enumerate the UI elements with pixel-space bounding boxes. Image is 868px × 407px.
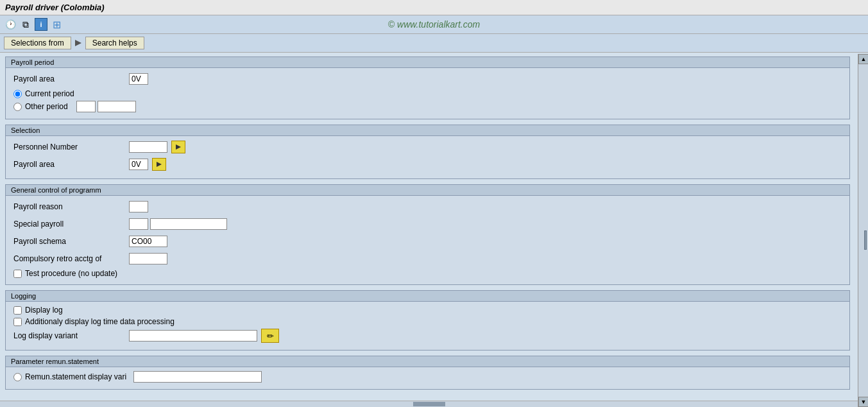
payroll-area-label: Payroll area (13, 74, 129, 83)
compulsory-retro-row: Compulsory retro acctg of (13, 252, 842, 266)
general-control-header: General control of programm (6, 185, 849, 196)
search-helps-tab[interactable]: Search helps (85, 37, 144, 49)
selections-from-tab[interactable]: Selections from (4, 37, 71, 49)
logging-section: Logging Display log Additionaly display … (5, 290, 850, 351)
clock-icon[interactable]: 🕐 (4, 18, 17, 31)
other-period-row: Other period (13, 101, 842, 112)
parameter-remun-body: Remun.statement display vari (6, 367, 849, 389)
test-procedure-row: Test procedure (no update) (13, 269, 842, 278)
general-control-body: Payroll reason Special payroll Payroll s… (6, 196, 849, 284)
selections-from-label: Selections from (11, 39, 64, 48)
tree-icon[interactable]: ⊞ (50, 18, 63, 31)
payroll-reason-input[interactable] (129, 201, 148, 212)
additionally-display-checkbox[interactable] (13, 318, 22, 326)
remun-statement-row: Remun.statement display vari (13, 371, 842, 383)
personnel-number-nav-btn[interactable] (171, 141, 185, 153)
selection-payroll-area-nav-btn[interactable] (152, 158, 166, 171)
test-procedure-checkbox[interactable] (13, 270, 22, 278)
svg-marker-0 (75, 40, 81, 46)
payroll-period-header: Payroll period (6, 57, 849, 68)
other-period-input2[interactable] (98, 101, 136, 112)
selection-payroll-area-input[interactable] (129, 159, 148, 170)
selection-body: Personnel Number Payroll area (6, 136, 849, 178)
additionally-display-label: Additionaly display log time data proces… (25, 317, 174, 326)
special-payroll-label: Special payroll (13, 220, 129, 229)
logging-header: Logging (6, 291, 849, 302)
copy-icon[interactable]: ⧉ (19, 18, 32, 31)
display-log-label: Display log (25, 306, 63, 315)
selection-section: Selection Personnel Number Payroll area (5, 125, 850, 179)
display-log-row: Display log (13, 306, 842, 315)
toolbar: 🕐 ⧉ i ⊞ © www.tutorialkart.com (0, 15, 868, 34)
current-period-row: Current period (13, 89, 842, 98)
scrollbar-track[interactable]: ▲ ▼ (858, 54, 868, 406)
payroll-area-row: Payroll area (13, 72, 842, 86)
window-title: Payroll driver (Colombia) (5, 3, 105, 12)
tab-arrow-icon (74, 39, 83, 48)
payroll-reason-label: Payroll reason (13, 202, 129, 211)
scroll-up-btn[interactable]: ▲ (858, 54, 868, 64)
bottom-scroll-thumb (413, 402, 445, 406)
display-log-checkbox[interactable] (13, 306, 22, 315)
toolbar-icons: 🕐 ⧉ i ⊞ (4, 18, 63, 31)
parameter-remun-section: Parameter remun.statement Remun.statemen… (5, 356, 850, 390)
selection-header: Selection (6, 125, 849, 136)
additionally-display-row: Additionaly display log time data proces… (13, 317, 842, 326)
payroll-period-section: Payroll period Payroll area Current peri… (5, 56, 850, 119)
logging-body: Display log Additionaly display log time… (6, 302, 849, 350)
tab-bar: Selections from Search helps (0, 34, 868, 53)
special-payroll-input1[interactable] (129, 218, 148, 230)
remun-statement-label: Remun.statement display vari (25, 372, 126, 381)
current-period-label: Current period (25, 89, 74, 98)
parameter-remun-header: Parameter remun.statement (6, 356, 849, 367)
selection-payroll-area-row: Payroll area (13, 157, 842, 171)
log-display-variant-row: Log display variant ✏ (13, 329, 842, 343)
personnel-number-row: Personnel Number (13, 140, 842, 154)
bottom-scrollbar[interactable] (0, 401, 858, 406)
remun-statement-radio[interactable] (13, 373, 22, 381)
other-period-label: Other period (25, 102, 68, 111)
payroll-reason-row: Payroll reason (13, 200, 842, 214)
log-display-variant-edit-btn[interactable]: ✏ (261, 329, 279, 343)
selection-payroll-area-label: Payroll area (13, 160, 129, 169)
scroll-down-btn[interactable]: ▼ (858, 397, 868, 406)
general-control-section: General control of programm Payroll reas… (5, 184, 850, 285)
compulsory-retro-label: Compulsory retro acctg of (13, 254, 129, 263)
title-bar: Payroll driver (Colombia) (0, 0, 868, 15)
svg-marker-2 (157, 162, 162, 167)
current-period-radio[interactable] (13, 90, 22, 98)
main-content: Payroll period Payroll area Current peri… (0, 53, 868, 406)
compulsory-retro-input[interactable] (129, 253, 167, 264)
log-display-variant-label: Log display variant (13, 331, 129, 340)
payroll-schema-input[interactable] (129, 236, 167, 247)
remun-statement-input[interactable] (133, 371, 262, 383)
resize-handle[interactable] (864, 230, 867, 250)
special-payroll-row: Special payroll (13, 217, 842, 231)
payroll-schema-label: Payroll schema (13, 237, 129, 246)
log-display-variant-input[interactable] (129, 330, 257, 342)
watermark: © www.tutorialkart.com (388, 19, 480, 30)
payroll-area-input[interactable] (129, 73, 148, 85)
other-period-input1[interactable] (76, 101, 96, 112)
special-payroll-input2[interactable] (150, 218, 227, 230)
personnel-number-label: Personnel Number (13, 143, 129, 152)
search-helps-label: Search helps (92, 39, 137, 48)
other-period-radio[interactable] (13, 103, 22, 111)
personnel-number-input[interactable] (129, 141, 167, 153)
info-icon[interactable]: i (35, 18, 47, 31)
svg-marker-1 (176, 144, 181, 150)
special-payroll-inputs (129, 218, 227, 230)
payroll-period-body: Payroll area Current period Other period (6, 68, 849, 119)
payroll-schema-row: Payroll schema (13, 234, 842, 248)
test-procedure-label: Test procedure (no update) (25, 269, 117, 278)
other-period-inputs (76, 101, 136, 112)
